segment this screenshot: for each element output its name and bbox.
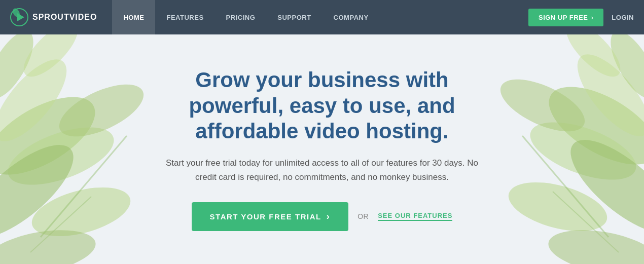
svg-point-7 bbox=[0, 49, 79, 153]
svg-point-16 bbox=[493, 69, 592, 142]
trial-label: START YOUR FREE TRIAL bbox=[210, 212, 321, 221]
hero-section: Grow your business with powerful, easy t… bbox=[0, 34, 644, 264]
svg-point-21 bbox=[602, 34, 644, 105]
svg-point-20 bbox=[16, 34, 86, 85]
svg-point-13 bbox=[557, 125, 644, 248]
svg-line-9 bbox=[41, 136, 127, 237]
svg-point-23 bbox=[0, 223, 99, 264]
logo-text: SPROUTVIDEO bbox=[32, 13, 97, 22]
svg-point-19 bbox=[0, 34, 42, 105]
svg-point-15 bbox=[565, 44, 644, 147]
nav-right: SIGN UP FREE › LOGIN bbox=[528, 9, 634, 26]
nav-links: HOME FEATURES PRICING SUPPORT COMPANY bbox=[112, 0, 528, 34]
svg-point-24 bbox=[545, 223, 644, 264]
nav-link-support[interactable]: SUPPORT bbox=[266, 0, 322, 34]
svg-point-4 bbox=[1, 116, 121, 197]
svg-line-10 bbox=[30, 197, 91, 252]
svg-point-22 bbox=[558, 34, 629, 85]
hero-title: Grow your business with powerful, easy t… bbox=[150, 67, 494, 144]
svg-point-6 bbox=[27, 178, 136, 246]
see-features-link[interactable]: SEE OUR FEATURES bbox=[378, 212, 452, 221]
chevron-right-icon: › bbox=[591, 14, 593, 21]
svg-point-5 bbox=[0, 130, 87, 253]
or-text: OR bbox=[357, 212, 369, 220]
svg-line-17 bbox=[522, 136, 609, 237]
hero-actions: START YOUR FREE TRIAL › OR SEE OUR FEATU… bbox=[150, 202, 494, 231]
svg-line-18 bbox=[553, 192, 619, 252]
svg-point-14 bbox=[504, 173, 613, 241]
hero-subtitle: Start your free trial today for unlimite… bbox=[160, 156, 484, 183]
nav-link-pricing[interactable]: PRICING bbox=[215, 0, 267, 34]
signup-label: SIGN UP FREE bbox=[539, 14, 588, 21]
login-link[interactable]: LOGIN bbox=[612, 14, 634, 21]
logo-link[interactable]: SPROUTVIDEO bbox=[10, 8, 97, 26]
hero-content: Grow your business with powerful, easy t… bbox=[139, 57, 505, 241]
svg-point-3 bbox=[0, 81, 107, 190]
svg-point-12 bbox=[523, 110, 643, 192]
chevron-right-icon: › bbox=[327, 211, 331, 222]
main-nav: SPROUTVIDEO HOME FEATURES PRICING SUPPOR… bbox=[0, 0, 644, 34]
logo-icon bbox=[10, 8, 28, 26]
nav-link-features[interactable]: FEATURES bbox=[155, 0, 214, 34]
svg-point-8 bbox=[52, 74, 151, 147]
nav-link-company[interactable]: COMPANY bbox=[323, 0, 380, 34]
signup-button[interactable]: SIGN UP FREE › bbox=[528, 9, 603, 26]
svg-point-11 bbox=[537, 71, 644, 180]
start-trial-button[interactable]: START YOUR FREE TRIAL › bbox=[192, 202, 349, 231]
nav-link-home[interactable]: HOME bbox=[112, 0, 155, 34]
